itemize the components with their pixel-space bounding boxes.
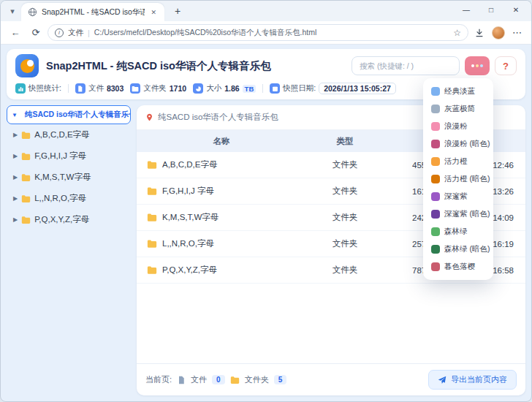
refresh-button[interactable]: ⟳ xyxy=(27,24,45,42)
theme-option[interactable]: 灰蓝极简 xyxy=(426,100,490,118)
caret-right-icon[interactable]: ▶ xyxy=(13,216,18,223)
minimize-button[interactable]: — xyxy=(454,1,479,18)
theme-swatch xyxy=(431,140,440,148)
avatar xyxy=(492,26,505,39)
file-icon xyxy=(75,83,86,94)
bookmark-star-icon[interactable]: ☆ xyxy=(453,28,461,38)
files-count-badge: 0 xyxy=(212,375,225,384)
caret-down-icon[interactable]: ▼ xyxy=(12,112,18,118)
theme-swatch xyxy=(431,192,440,201)
theme-option[interactable]: 森林绿 xyxy=(426,223,490,240)
maximize-button[interactable]: □ xyxy=(479,1,503,18)
theme-option[interactable]: 深邃紫 (暗色) xyxy=(426,205,490,223)
caret-right-icon[interactable]: ▶ xyxy=(13,195,18,202)
browser-tab[interactable]: Snap2HTML - 纯SACD iso华语个人 ✕ xyxy=(21,3,164,21)
url-scheme-label: 文件 xyxy=(68,28,83,38)
theme-swatch xyxy=(431,157,440,166)
caret-right-icon[interactable]: ▶ xyxy=(13,132,18,138)
url-field[interactable]: i 文件 | C:/Users/mefcl/Desktop/纯SACD%20is… xyxy=(48,24,468,41)
search-input[interactable] xyxy=(352,56,460,75)
tree-item[interactable]: ▶ P,Q,X,Y,Z,字母 xyxy=(7,209,131,230)
tab-close-icon[interactable]: ✕ xyxy=(149,7,158,18)
calendar-icon xyxy=(270,83,280,94)
tree-item-label: F,G,H,I,J 字母 xyxy=(34,151,86,162)
snapshot-date: 2026/1/13 15:05:27 xyxy=(319,83,396,94)
column-header-name[interactable]: 名称 xyxy=(137,136,306,147)
back-button[interactable]: ← xyxy=(7,24,24,42)
folder-icon xyxy=(147,213,157,222)
theme-option[interactable]: 浪漫粉 (暗色) xyxy=(426,135,490,153)
row-type: 文件夹 xyxy=(306,265,384,276)
files-count: 8303 xyxy=(107,84,123,93)
theme-swatch xyxy=(431,262,440,271)
file-icon xyxy=(177,376,186,384)
row-name: K,M,S,T,W字母 xyxy=(162,212,218,223)
theme-option[interactable]: 活力橙 (暗色) xyxy=(426,170,490,188)
theme-swatch xyxy=(431,210,440,219)
row-type: 文件夹 xyxy=(306,186,384,197)
theme-option[interactable]: 暮色落樱 xyxy=(426,258,490,276)
address-bar: ← ⟳ i 文件 | C:/Users/mefcl/Desktop/纯SACD%… xyxy=(1,21,531,45)
help-button[interactable]: ? xyxy=(495,56,517,75)
breadcrumb-path: 纯SACD iso华语个人专辑音乐包 xyxy=(158,112,278,123)
close-window-button[interactable]: ✕ xyxy=(503,1,528,18)
stat-files: 文件 8303 xyxy=(75,83,123,94)
tree-root-item[interactable]: ▼ 纯SACD iso华语个人专辑音乐包 xyxy=(7,105,131,124)
theme-button[interactable] xyxy=(465,56,490,75)
url-divider: | xyxy=(88,29,90,37)
theme-menu: 经典淡蓝 灰蓝极简 浪漫粉 浪漫粉 (暗色) 活力橙 活力橙 (暗色) 深邃紫 xyxy=(423,78,493,280)
tree-item[interactable]: ▶ F,G,H,I,J 字母 xyxy=(7,145,131,167)
theme-option[interactable]: 森林绿 (暗色) xyxy=(426,240,490,258)
new-tab-button[interactable]: + xyxy=(172,4,183,18)
tree-item-label: K,M,S,T,W字母 xyxy=(34,172,91,183)
export-button[interactable]: 导出当前页内容 xyxy=(428,370,517,390)
theme-swatch xyxy=(431,87,440,96)
folders-count-badge: 5 xyxy=(274,375,287,384)
folders-count: 1710 xyxy=(170,84,186,93)
window-controls: — □ ✕ xyxy=(454,1,528,18)
row-type: 文件夹 xyxy=(306,159,384,170)
page-title: Snap2HTML - 纯SACD iso华语个人专辑音乐包 xyxy=(46,59,344,73)
folder-icon xyxy=(21,173,31,182)
theme-option[interactable]: 活力橙 xyxy=(426,153,490,170)
tab-bar: ▾ Snap2HTML - 纯SACD iso华语个人 ✕ + — □ ✕ xyxy=(1,1,531,21)
browser-menu-icon[interactable]: ⋯ xyxy=(509,25,525,41)
folder-icon xyxy=(147,186,157,196)
downloads-icon[interactable] xyxy=(471,25,487,41)
page-info-icon[interactable]: i xyxy=(55,29,64,37)
tree-item-label: P,Q,X,Y,Z,字母 xyxy=(34,214,89,225)
theme-option[interactable]: 浪漫粉 xyxy=(426,118,490,135)
tab-search-icon[interactable]: ▾ xyxy=(4,7,21,16)
page-content: Snap2HTML - 纯SACD iso华语个人专辑音乐包 ? 快照统计: xyxy=(1,45,531,401)
row-type: 文件夹 xyxy=(306,238,384,249)
stat-date: 快照日期: 2026/1/13 15:05:27 xyxy=(270,83,396,94)
paper-plane-icon xyxy=(438,376,446,384)
globe-icon xyxy=(28,7,37,17)
page-footer: 当前页: 文件 0 文件夹 5 导出当前页内容 xyxy=(137,363,525,395)
profile-avatar[interactable] xyxy=(490,25,506,41)
tree-item[interactable]: ▶ A,B,C,D,E字母 xyxy=(7,124,131,145)
folder-icon xyxy=(147,160,157,170)
theme-swatch xyxy=(431,245,440,254)
row-name: F,G,H,I,J 字母 xyxy=(162,186,214,197)
tree-item-label: A,B,C,D,E字母 xyxy=(34,129,89,140)
theme-option[interactable]: 经典淡蓝 xyxy=(426,83,490,100)
folder-icon xyxy=(21,131,31,140)
theme-swatch xyxy=(431,227,440,236)
tree-item[interactable]: ▶ L,,N,R,O,字母 xyxy=(7,188,131,209)
stat-size: 大小 1.86 TB xyxy=(193,83,256,94)
size-unit-badge: TB xyxy=(243,85,256,93)
caret-right-icon[interactable]: ▶ xyxy=(13,174,18,181)
caret-right-icon[interactable]: ▶ xyxy=(13,153,18,159)
column-header-type[interactable]: 类型 xyxy=(306,136,384,147)
tree-item[interactable]: ▶ K,M,S,T,W字母 xyxy=(7,167,131,188)
theme-option[interactable]: 深邃紫 xyxy=(426,188,490,205)
row-name: L,,N,R,O,字母 xyxy=(162,238,214,249)
location-pin-icon xyxy=(145,113,153,121)
browser-window: ▾ Snap2HTML - 纯SACD iso华语个人 ✕ + — □ ✕ ← … xyxy=(0,0,532,402)
palette-icon xyxy=(471,64,474,67)
stat-folders: 文件夹 1710 xyxy=(130,83,186,94)
pie-icon xyxy=(193,83,203,94)
tree-root-label: 纯SACD iso华语个人专辑音乐包 xyxy=(25,110,131,120)
stats-label: 快照统计: xyxy=(28,83,61,94)
